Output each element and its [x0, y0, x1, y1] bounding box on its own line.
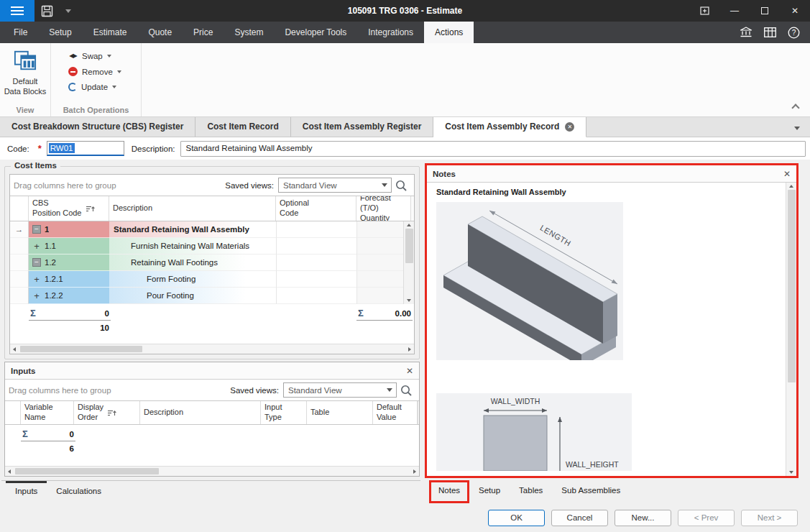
row-indicator[interactable]	[10, 238, 29, 254]
cbs-position-code-cell[interactable]: 1.2.1	[29, 271, 109, 288]
menu-item[interactable]: File	[3, 22, 38, 43]
footer-button[interactable]: < Prev	[678, 510, 735, 526]
description-cell[interactable]: Standard Retaining Wall Assembly	[109, 221, 276, 238]
scroll-up-icon[interactable]	[407, 224, 411, 226]
search-button[interactable]	[392, 179, 410, 192]
inputs-horizontal-scrollbar[interactable]	[5, 466, 419, 476]
optional-code-cell[interactable]	[276, 288, 356, 304]
footer-button[interactable]: OK	[488, 510, 545, 526]
expand-toggle-icon[interactable]	[32, 225, 41, 234]
cost-items-horizontal-scrollbar[interactable]	[10, 344, 414, 354]
layout-grid-icon[interactable]	[764, 27, 776, 37]
default-data-blocks-button[interactable]: Default Data Blocks	[1, 50, 49, 97]
column-header[interactable]: Display Order	[74, 401, 140, 424]
group-by-drop-zone[interactable]: Drag columns here to group	[9, 386, 111, 395]
column-header[interactable]: Forecast (T/O) Quantity	[356, 196, 411, 221]
menu-item[interactable]: System	[224, 22, 274, 43]
description-cell[interactable]: Furnish Retaining Wall Materials	[109, 238, 276, 254]
scroll-right-icon[interactable]	[408, 347, 411, 352]
expand-toggle-icon[interactable]	[32, 242, 41, 250]
optional-code-cell[interactable]	[276, 221, 356, 238]
scrollbar-thumb[interactable]	[405, 229, 413, 263]
scroll-left-icon[interactable]	[13, 347, 16, 352]
expand-toggle-icon[interactable]	[32, 275, 41, 283]
close-button[interactable]: ✕	[780, 0, 810, 22]
description-cell[interactable]: Form Footing	[109, 271, 276, 288]
document-tab[interactable]: Cost Item Record	[195, 117, 290, 137]
bank-icon[interactable]	[740, 27, 753, 38]
bottom-tab[interactable]: Sub Assemblies	[552, 480, 630, 503]
minimize-button[interactable]: —	[719, 0, 750, 22]
footer-button[interactable]: Next >	[741, 510, 798, 526]
table-row[interactable]: 1.2 Retaining Wall Footings	[10, 254, 414, 271]
tab-list-dropdown[interactable]	[794, 123, 810, 132]
batch-operation-button[interactable]: Swap	[68, 51, 141, 60]
scrollbar-thumb[interactable]	[15, 468, 159, 474]
quick-access-dropdown[interactable]	[60, 8, 77, 14]
table-row[interactable]: → 1 Standard Retaining Wall Assembly	[10, 221, 414, 238]
tab-close-icon[interactable]: ✕	[565, 122, 574, 132]
scroll-right-icon[interactable]	[413, 469, 416, 474]
close-icon[interactable]: ✕	[406, 367, 413, 375]
cbs-position-code-cell[interactable]: 1.2	[29, 254, 109, 271]
optional-code-cell[interactable]	[276, 238, 356, 254]
cbs-position-code-cell[interactable]: 1.2.2	[29, 288, 109, 304]
menu-item[interactable]: Developer Tools	[274, 22, 357, 43]
save-button[interactable]	[34, 0, 60, 22]
column-header[interactable]: Table	[307, 401, 373, 424]
description-field[interactable]: Standard Retaining Wall Assembly	[180, 141, 806, 157]
description-cell[interactable]: Retaining Wall Footings	[109, 254, 276, 271]
maximize-button[interactable]	[750, 0, 780, 22]
footer-button[interactable]: Cancel	[551, 510, 608, 526]
cost-items-vertical-scrollbar[interactable]	[403, 221, 414, 304]
scrollbar-thumb[interactable]	[20, 346, 142, 352]
expand-toggle-icon[interactable]	[32, 258, 41, 267]
help-icon[interactable]: ?	[788, 27, 800, 39]
bottom-tab[interactable]: Calculations	[47, 481, 111, 503]
collapse-ribbon-button[interactable]	[791, 104, 799, 111]
row-indicator[interactable]	[10, 254, 29, 271]
code-field[interactable]: RW01	[47, 141, 124, 156]
optional-code-cell[interactable]	[276, 254, 356, 271]
group-by-drop-zone[interactable]: Drag columns here to group	[14, 181, 116, 190]
add-window-button[interactable]	[689, 0, 719, 22]
scroll-left-icon[interactable]	[8, 469, 11, 474]
scroll-down-icon[interactable]	[407, 299, 411, 302]
menu-item[interactable]: Integrations	[357, 22, 424, 43]
close-icon[interactable]: ✕	[783, 170, 791, 178]
search-button[interactable]	[397, 384, 415, 397]
row-indicator[interactable]: →	[10, 221, 29, 238]
bottom-tab[interactable]: Tables	[510, 480, 552, 503]
table-row[interactable]: 1.2.2 Pour Footing	[10, 288, 414, 304]
footer-button[interactable]: New...	[615, 510, 671, 526]
table-row[interactable]: 1.2.1 Form Footing	[10, 271, 414, 288]
optional-code-cell[interactable]	[276, 271, 356, 288]
menu-item[interactable]: Actions	[424, 22, 474, 43]
batch-operation-button[interactable]: Update	[68, 83, 141, 91]
bottom-tab[interactable]: Notes	[429, 480, 469, 503]
row-indicator[interactable]	[10, 288, 29, 304]
saved-views-select[interactable]: Standard View	[283, 382, 397, 398]
menu-item[interactable]: Quote	[137, 22, 183, 43]
column-header[interactable]: Optional Code	[276, 196, 356, 221]
menu-item[interactable]: Price	[183, 22, 224, 43]
document-tab[interactable]: Cost Item Assembly Record ✕	[433, 117, 586, 137]
column-header[interactable]: Description	[109, 196, 276, 221]
notes-vertical-scrollbar[interactable]	[786, 183, 796, 476]
batch-operation-button[interactable]: Remove	[68, 67, 141, 76]
table-row[interactable]: 1.1 Furnish Retaining Wall Materials	[10, 238, 414, 254]
column-header[interactable]: Variable Name	[21, 401, 74, 424]
description-cell[interactable]: Pour Footing	[109, 288, 276, 304]
row-indicator[interactable]	[10, 271, 29, 288]
column-header[interactable]: Input Type	[261, 401, 307, 424]
saved-views-select[interactable]: Standard View	[278, 178, 392, 193]
bottom-tab[interactable]: Inputs	[6, 481, 47, 503]
document-tab[interactable]: Cost Item Assembly Register	[291, 117, 434, 137]
menu-item[interactable]: Setup	[38, 22, 82, 43]
scroll-down-icon[interactable]	[789, 471, 793, 474]
scrollbar-thumb[interactable]	[788, 190, 796, 382]
cbs-position-code-cell[interactable]: 1	[29, 221, 109, 238]
cbs-position-code-cell[interactable]: 1.1	[29, 238, 109, 254]
scroll-up-icon[interactable]	[789, 185, 793, 188]
hamburger-menu-button[interactable]	[0, 0, 34, 22]
